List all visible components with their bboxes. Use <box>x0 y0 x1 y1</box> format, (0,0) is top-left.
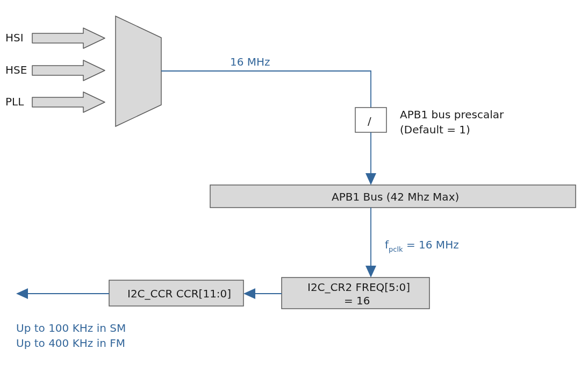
prescaler-label-1: APB1 bus prescalar <box>400 108 504 121</box>
wire-mux-to-prescaler <box>161 71 371 108</box>
mux-block <box>116 16 161 126</box>
label-pll: PLL <box>5 95 24 108</box>
clock-diagram: HSI HSE PLL 16 MHz / APB1 bus prescalar … <box>0 0 588 370</box>
arrowhead-to-cr2 <box>365 266 376 278</box>
i2c-cr2-label-2: = 16 <box>344 294 370 307</box>
arrow-hse <box>32 60 105 81</box>
arrow-pll <box>32 92 105 112</box>
i2c-cr2-label-1: I2C_CR2 FREQ[5:0] <box>307 281 410 294</box>
label-fpclk: fpclk = 16 MHz <box>385 238 459 253</box>
label-hse: HSE <box>5 63 27 76</box>
prescaler-label-2: (Default = 1) <box>400 123 470 136</box>
i2c-ccr-label: I2C_CCR CCR[11:0] <box>127 287 231 300</box>
output-note-2: Up to 400 KHz in FM <box>16 337 125 350</box>
apb1-bus-label: APB1 Bus (42 Mhz Max) <box>332 190 459 203</box>
arrowhead-to-ccr <box>243 288 255 299</box>
output-note-1: Up to 100 KHz in SM <box>16 322 126 335</box>
arrowhead-output <box>16 288 28 299</box>
label-mux-output-freq: 16 MHz <box>230 55 270 68</box>
arrowhead-to-bus <box>365 173 376 185</box>
label-hsi: HSI <box>5 31 24 44</box>
prescaler-symbol: / <box>368 115 371 127</box>
arrow-hsi <box>32 28 105 48</box>
